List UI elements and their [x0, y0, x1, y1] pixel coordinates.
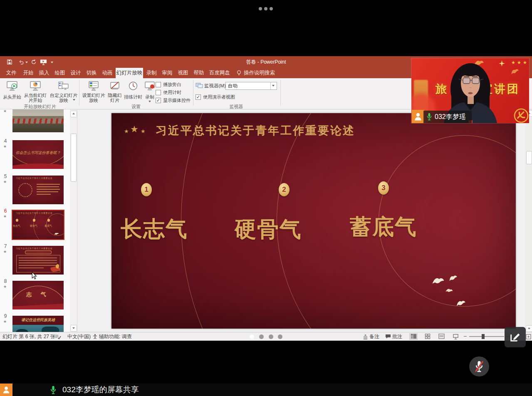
editor-scrollbar[interactable] — [525, 109, 532, 332]
item-badge-3: 3 — [378, 181, 389, 195]
language-indicator[interactable]: 中文(中国) — [67, 332, 91, 341]
undo-dropdown-icon[interactable] — [25, 62, 28, 63]
tab-draw[interactable]: 绘图 — [52, 68, 67, 78]
meeting-toolbar-handle[interactable] — [258, 2, 279, 10]
tab-help[interactable]: 帮助 — [191, 68, 206, 78]
thumbnail-number: 4 — [2, 138, 8, 144]
monitor-dropdown[interactable]: 自动 — [225, 82, 277, 90]
animation-star-icon — [3, 180, 8, 184]
custom-slideshow-button[interactable]: 自定义幻灯片放映 — [50, 79, 77, 104]
save-icon[interactable] — [7, 59, 12, 65]
checkbox-checked-icon — [195, 94, 201, 100]
zoom-slider-thumb[interactable] — [482, 334, 485, 339]
reading-view-icon — [438, 334, 445, 339]
dot-icon — [269, 334, 273, 339]
slideshow-view-button[interactable] — [451, 333, 460, 340]
record-button[interactable]: 录制 — [143, 79, 156, 104]
scroll-down-button[interactable] — [70, 325, 77, 332]
thumbnail-slide-4[interactable]: 你会怎么书写这份答卷呢？ — [12, 140, 64, 169]
comments-button[interactable]: 批注 — [392, 332, 402, 341]
dot-icon — [278, 334, 282, 339]
thumbnail-slide-6-selected[interactable]: 习近平总书记关于青年工作重要论述 长志气 硬骨气 蓄底气 — [12, 210, 64, 239]
scroll-up-button[interactable] — [70, 111, 77, 117]
rehearse-timings-button[interactable]: 排练计时 — [124, 79, 142, 104]
undo-icon[interactable] — [18, 59, 24, 65]
participant-avatar — [412, 110, 424, 123]
accessibility-status[interactable]: 辅助功能: 调查 — [99, 332, 132, 341]
animation-star-icon — [3, 285, 8, 289]
thumbnail-slide-7[interactable]: 习近平总书记关于青年工作重要论述 — [12, 246, 64, 275]
zoom-out-button[interactable] — [463, 332, 467, 341]
setup-slideshow-button[interactable]: 设置幻灯片放映 — [82, 79, 106, 104]
current-slide-canvas[interactable]: 习近平总书记关于青年工作重要论述 1 2 3 长志气 硬骨气 蓄底气 — [111, 113, 516, 329]
tab-transitions[interactable]: 切换 — [84, 68, 99, 78]
tab-insert[interactable]: 插入 — [37, 68, 52, 78]
tab-review[interactable]: 审阅 — [160, 68, 175, 78]
thumbnail-slide-5[interactable]: 习近平总书记关于青年工作重要论述 — [12, 176, 64, 204]
dove-icon — [54, 232, 59, 235]
reading-view-button[interactable] — [437, 333, 445, 340]
spellcheck-icon[interactable] — [55, 334, 61, 339]
dot-icon — [270, 7, 273, 10]
hide-slide-icon — [109, 81, 120, 92]
play-narration-checkbox[interactable]: 播放旁白 — [156, 82, 201, 88]
from-current-slide-button[interactable]: 从当前幻灯片开始 — [22, 79, 48, 104]
clock-icon — [128, 81, 139, 91]
monitor-label: 监视器(M): — [204, 83, 227, 89]
thumbnail-scrollbar[interactable] — [70, 109, 77, 332]
dot-icon — [259, 7, 262, 10]
tab-baidu-netdisk[interactable]: 百度网盘 — [207, 68, 232, 78]
play-from-current-icon — [30, 81, 41, 92]
tab-view[interactable]: 视图 — [176, 68, 191, 78]
annotation-pen-button[interactable] — [505, 327, 526, 347]
statusbar: 幻灯片 第 6 张, 共 27 张 中文(中国) 辅助功能: 调查 备注 批注 — [0, 332, 532, 341]
show-media-controls-checkbox[interactable]: 显示媒体控件 — [156, 97, 201, 104]
from-beginning-button[interactable]: 从头开始 — [2, 79, 22, 104]
custom-show-icon — [58, 81, 69, 92]
scrollbar-thumb[interactable] — [71, 134, 77, 182]
text-line — [37, 191, 58, 192]
sharer-avatar — [0, 384, 12, 396]
thumbnail-title: 习近平总书记关于青年工作重要论述 — [16, 247, 52, 250]
checkbox-checked-icon — [156, 98, 161, 103]
tab-home[interactable]: 开始 — [21, 68, 36, 78]
tab-record[interactable]: 录制 — [144, 68, 159, 78]
scrollbar-thumb[interactable] — [526, 151, 532, 164]
tab-slideshow[interactable]: 幻灯片放映 — [116, 68, 143, 78]
qat-customize-icon[interactable] — [51, 62, 53, 63]
use-timings-checkbox[interactable]: 使用计时 — [156, 89, 201, 96]
slide-sorter-view-button[interactable] — [423, 333, 432, 340]
normal-view-icon — [411, 334, 417, 339]
normal-view-button[interactable] — [409, 333, 418, 340]
star-icon — [124, 128, 129, 134]
wave-decoration — [12, 163, 64, 169]
tab-file[interactable]: 文件 — [3, 68, 19, 78]
participant-name-bar: 032李梦瑶 — [423, 111, 472, 123]
item-badge-1: 1 — [141, 183, 152, 196]
dove-icon — [432, 276, 445, 285]
thumbnail-slide-9[interactable]: 请记住这些民族英雄 — [12, 316, 64, 332]
dot-icon — [264, 7, 267, 10]
animation-star-icon — [3, 214, 8, 218]
thumbnail-slide-8[interactable]: 志 气 — [12, 281, 64, 309]
zoom-slider-track[interactable] — [469, 336, 504, 337]
star-icon — [130, 124, 139, 135]
group-separator — [79, 80, 79, 106]
scroll-down-button[interactable] — [526, 325, 532, 332]
person-icon — [2, 386, 10, 394]
use-presenter-view-checkbox[interactable]: 使用演示者视图 — [195, 94, 250, 101]
slideshow-from-start-icon[interactable] — [40, 59, 47, 65]
tab-design[interactable]: 设计 — [68, 68, 83, 78]
tell-me-search[interactable]: 操作说明搜索 — [244, 68, 275, 78]
fit-to-window-icon[interactable] — [526, 334, 531, 339]
hide-slide-button[interactable]: 隐藏幻灯片 — [106, 79, 123, 104]
dropdown-arrow[interactable] — [270, 82, 277, 89]
microphone-muted-button[interactable] — [469, 356, 489, 376]
gold-dot — [16, 219, 18, 222]
notes-button[interactable]: 备注 — [369, 332, 379, 341]
checkbox-icon — [156, 82, 161, 87]
redo-icon[interactable] — [31, 59, 37, 65]
thumbnail-slide-3[interactable] — [12, 109, 64, 132]
tab-animations[interactable]: 动画 — [100, 68, 115, 78]
record-icon — [144, 81, 155, 92]
